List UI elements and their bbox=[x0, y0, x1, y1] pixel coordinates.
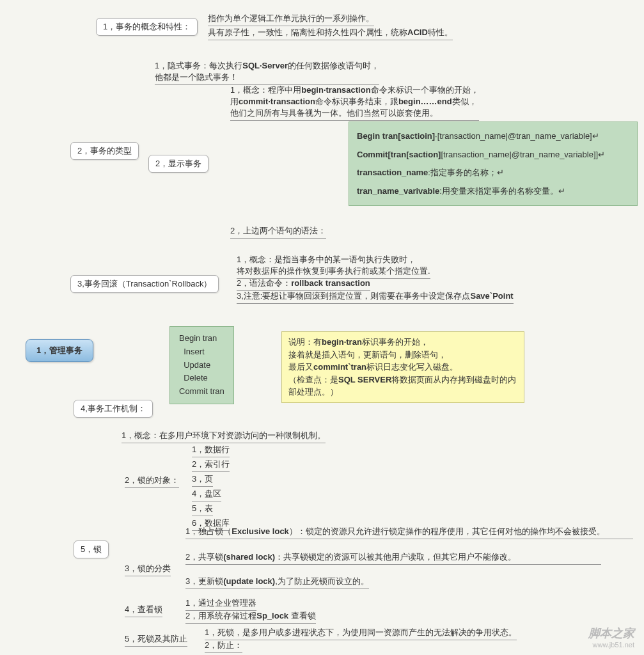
deadlock-2: 2，防止： bbox=[205, 638, 242, 653]
syntax-label: 2，上边两个语句的语法： bbox=[230, 224, 326, 239]
node-explicit: 2，显示事务 bbox=[148, 155, 208, 173]
node-lock: 5，锁 bbox=[74, 541, 109, 558]
lock-category-label: 3，锁的分类 bbox=[125, 562, 171, 576]
concept-line2: 具有原子性，一致性，隔离性和持久性四个属性，统称ACID特性。 bbox=[208, 26, 453, 40]
root-node: 1，管理事务 bbox=[26, 339, 93, 362]
rollback-note: 3,注意:要想让事物回滚到指定位置，则需要在事务中设定保存点Save`Point bbox=[237, 289, 514, 304]
deadlock-1: 1，死锁，是多用户或多进程状态下，为使用同一资源而产生的无法解决的争用状态。 bbox=[205, 626, 517, 640]
lock-objects-label: 2，锁的对象： bbox=[125, 473, 179, 488]
view-lock-2: 2，用系统存储过程Sp_lock 查看锁 bbox=[185, 609, 316, 624]
implicit-tx: 1，隐式事务：每次执行SQL·Server的任何数据修改语句时， 他都是一个隐式… bbox=[155, 59, 379, 85]
explicit-concept: 1，概念：程序中用begin·transaction命令来标识一个事物的开始， … bbox=[230, 83, 479, 121]
deadlock-label: 5，死锁及其防止 bbox=[125, 632, 187, 647]
explanation-box: 说明：有begin·tran标识事务的开始， 接着就是插入语句，更新语句，删除语… bbox=[281, 331, 524, 403]
node-mechanism: 4,事务工作机制： bbox=[74, 400, 153, 418]
watermark: 脚本之家 www.jb51.net bbox=[588, 626, 634, 649]
lock-shared: 2，共享锁(shared lock)：共享锁锁定的资源可以被其他用户读取，但其它… bbox=[185, 550, 601, 565]
rollback-concept: 1，概念：是指当事务中的某一语句执行失败时，将对数据库的操作恢复到事务执行前或某… bbox=[237, 253, 430, 279]
node-types: 2，事务的类型 bbox=[70, 142, 139, 160]
lock-exclusive: 1，独占锁（Exclusive lock）：锁定的资源只允许进行锁定操作的程序使… bbox=[185, 525, 633, 539]
concept-line1: 指作为单个逻辑工作单元执行的一系列操作。 bbox=[208, 12, 374, 26]
lock-update: 3，更新锁(update lock),为了防止死锁而设立的。 bbox=[185, 574, 369, 589]
view-lock-label: 4，查看锁 bbox=[125, 603, 162, 617]
node-rollback: 3,事务回滚（Transaction`Rollback） bbox=[70, 275, 219, 293]
node-concept: 1，事务的概念和特性： bbox=[96, 18, 198, 36]
syntax-box: Begin tran[sactioin]·[transaction_name|@… bbox=[349, 122, 638, 206]
lock-concept: 1，概念：在多用户环境下对资源访问的一种限制机制。 bbox=[122, 429, 326, 443]
code-box: Begin tran Insert Update Delete Commit t… bbox=[169, 326, 234, 404]
lock-objects-list: 1，数据行 2，索引行 3，页 4，盘区 5，表 6，数据库 bbox=[192, 443, 230, 531]
